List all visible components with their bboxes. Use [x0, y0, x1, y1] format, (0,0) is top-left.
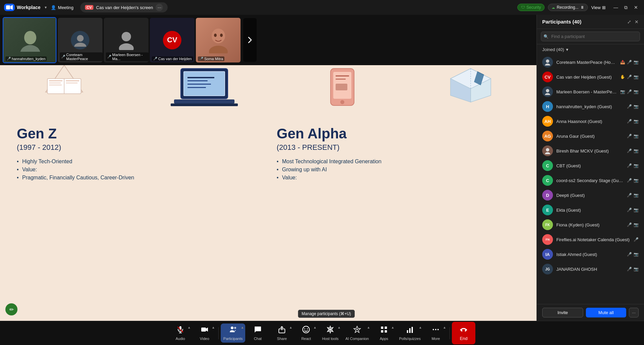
popout-button[interactable]: ⤢	[627, 19, 631, 25]
react-arrow-icon[interactable]: ▲	[313, 326, 316, 329]
chat-tool[interactable]: Chat	[246, 324, 269, 343]
audio-tool[interactable]: ▲ Audio	[169, 324, 192, 343]
participant-icons-ekta: 🎤 📷	[627, 208, 639, 212]
thumbnail-name-coreteam: Coreteam MasterPeace	[66, 53, 101, 61]
video-on-icon: 📷	[620, 89, 625, 94]
participant-row-fireflies[interactable]: FN Fireflies.ai Notetaker Calenda (Guest…	[537, 232, 644, 247]
view-grid-icon: ⊞	[602, 5, 606, 10]
apps-label: Apps	[380, 337, 388, 341]
mic-muted-icon: 🎤	[627, 222, 632, 227]
zoom-chevron-icon[interactable]: ▾	[45, 5, 47, 10]
svg-point-43	[545, 93, 550, 95]
thumbnail-hannah[interactable]: 🎤 hannahrutten_kyden	[3, 17, 56, 63]
participant-name-cbt: CBT (Guest)	[556, 163, 624, 168]
close-panel-button[interactable]: ✕	[635, 19, 639, 25]
thumbnail-coreteam[interactable]: 🎤 Coreteam MasterPeace	[58, 18, 102, 62]
view-button[interactable]: View ⊞	[591, 5, 606, 10]
ai-arrow-icon[interactable]: ▲	[367, 326, 370, 329]
share-tool[interactable]: ▲ Share	[270, 324, 294, 343]
react-tool[interactable]: ▲ React	[294, 324, 318, 343]
mic-muted-icon: 🎤	[627, 148, 632, 153]
thumbnail-name-marleen: Marleen Boersen - Ma...	[112, 53, 147, 61]
participant-row-biresh[interactable]: Biresh Bhar MCKV (Guest) 🎤 📷	[537, 143, 644, 158]
audio-arrow-icon[interactable]: ▲	[187, 326, 191, 329]
participant-row-aruna[interactable]: AG Aruna Gaur (Guest) 🎤 📷	[537, 129, 644, 143]
avatar-hannah: H	[542, 101, 553, 112]
restore-button[interactable]: ⧉	[622, 3, 630, 11]
participant-row-fiona[interactable]: FK Fiona (Kyden) (Guest) 🎤 📷	[537, 217, 644, 232]
svg-point-4	[77, 35, 84, 42]
genz-bullet-2: Value:	[17, 167, 257, 173]
host-tools-tool[interactable]: ▲ Host tools	[318, 324, 342, 343]
participant-row-ekta[interactable]: E Ekta (Guest) 🎤 📷	[537, 203, 644, 217]
svg-marker-36	[450, 69, 471, 102]
thumbnail-soma[interactable]: 🎤 Soma Mitra	[196, 18, 241, 62]
shield-icon: 🛡	[521, 5, 525, 10]
ai-companion-label: AI Companion	[345, 337, 369, 341]
participant-row-coord[interactable]: C coord-ss2 Secondary Stage (Guest) 🎤 📷	[537, 173, 644, 188]
cv-badge: CV	[85, 5, 93, 10]
participant-row-cbt[interactable]: C CBT (Guest) 🎤 📷	[537, 158, 644, 173]
svg-point-45	[545, 152, 550, 154]
participants-arrow-icon[interactable]: ▲	[241, 326, 244, 329]
mute-all-button[interactable]: Mute all	[586, 308, 626, 317]
avatar-cbt: C	[542, 160, 553, 171]
participants-tool[interactable]: ▲ Participants Manage participants (⌘+U)	[221, 324, 245, 343]
participant-row-deepti[interactable]: D Deepti (Guest) 🎤 📷	[537, 188, 644, 203]
svg-point-42	[546, 89, 549, 92]
apps-arrow-icon[interactable]: ▲	[391, 326, 394, 329]
svg-point-7	[119, 43, 134, 50]
thumbnail-name-cas: Cas van der Heijden	[158, 57, 192, 61]
screen-share-tab[interactable]: CV Cas van der Heijden's screen ···	[80, 2, 168, 12]
participant-row-marleen[interactable]: Marleen Boersen - MasterPeace (Co-host) …	[537, 84, 644, 99]
avatar-istiak: IA	[542, 249, 553, 260]
thumbnail-cas[interactable]: CV 🎤 Cas van der Heijden	[150, 18, 195, 62]
thumbnail-marleen[interactable]: 🎤 Marleen Boersen - Ma...	[104, 18, 148, 62]
close-button[interactable]: ✕	[632, 3, 640, 11]
video-arrow-icon[interactable]: ▲	[212, 326, 215, 329]
invite-button[interactable]: Invite	[542, 308, 583, 317]
participant-name-aruna: Aruna Gaur (Guest)	[556, 134, 624, 139]
more-icon	[432, 326, 440, 336]
participant-row-anna[interactable]: AH Anna Haasnoot (Guest) 🎤 📷	[537, 114, 644, 129]
svg-rect-16	[49, 83, 61, 83]
more-arrow-icon[interactable]: ▲	[443, 326, 446, 329]
avatar-aruna: AG	[542, 131, 553, 141]
host-tools-arrow-icon[interactable]: ▲	[337, 326, 341, 329]
thumbnail-next-button[interactable]	[243, 18, 257, 62]
svg-point-9	[209, 46, 228, 53]
panel-title: Participants (40)	[542, 19, 582, 25]
slide-decorations	[0, 65, 536, 126]
mic-icon: 🎤	[627, 89, 632, 94]
apps-tool[interactable]: ▲ Apps	[372, 324, 396, 343]
video-tool[interactable]: ▲ Video	[193, 324, 216, 343]
mic-muted-icon: 🎤	[627, 134, 632, 138]
joined-header[interactable]: Joined (40) ▾	[537, 44, 644, 55]
svg-point-70	[435, 329, 436, 330]
svg-rect-32	[336, 75, 349, 77]
polls-arrow-icon[interactable]: ▲	[419, 326, 422, 329]
more-options-button[interactable]: ···	[629, 308, 639, 317]
edit-button[interactable]: ✏	[5, 303, 17, 315]
manage-participants-tooltip: Manage participants (⌘+U)	[298, 310, 355, 318]
genalpha-years: (2013 - PRESENT)	[277, 143, 517, 152]
recording-label: Recording...	[557, 5, 578, 10]
participant-row-coreteam[interactable]: Coreteam MasterPeace (Host, me) 📤 🎤 📷	[537, 55, 644, 70]
meeting-button[interactable]: 👤 Meeting	[51, 5, 74, 10]
more-tool[interactable]: ▲ More	[424, 324, 447, 343]
participant-row-janardan[interactable]: JG JANARDAN GHOSH 🎤 📷	[537, 262, 644, 276]
participant-row-hannah[interactable]: H hannahrutten_kyden (Guest) 🎤 📷	[537, 99, 644, 114]
search-input[interactable]	[541, 32, 640, 41]
participant-row-cas[interactable]: CV Cas van der Heijden (Guest) ✋ 🎤 📷	[537, 70, 644, 84]
svg-point-40	[546, 59, 549, 63]
participant-row-istiak[interactable]: IA Istiak Ahmed (Guest) 🎤 📷	[537, 247, 644, 262]
polls-tool[interactable]: ▲ Polls/quizzes	[396, 324, 423, 343]
ai-companion-tool[interactable]: ▲ AI Companion	[343, 324, 372, 343]
share-arrow-icon[interactable]: ▲	[289, 326, 292, 329]
slide-content: Gen Z (1997 - 2012) Highly Tech-Oriented…	[17, 126, 516, 183]
minimize-button[interactable]: —	[612, 3, 620, 11]
screen-share-options-button[interactable]: ···	[156, 4, 163, 11]
share-icon	[278, 326, 286, 336]
camera-icon: 📷	[634, 89, 639, 94]
end-button[interactable]: End	[452, 322, 475, 344]
